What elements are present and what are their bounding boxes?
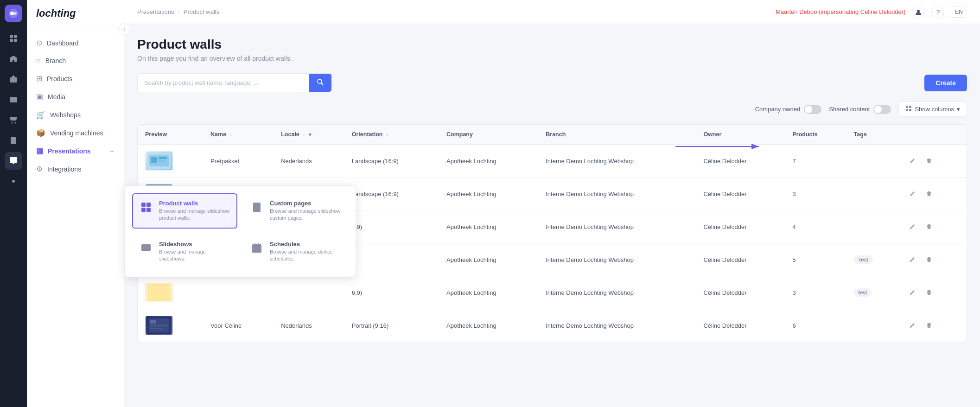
edit-button[interactable] (906, 187, 919, 200)
cell-orientation: Landscape (16:9) (344, 145, 439, 178)
preview-thumbnail (145, 151, 173, 171)
svg-rect-3 (10, 35, 13, 38)
svg-rect-44 (159, 157, 167, 159)
shared-content-label: Shared content (829, 106, 870, 113)
sidebar-icon-integrations[interactable] (5, 172, 22, 190)
company-owned-toggle[interactable] (804, 105, 821, 114)
sidebar-item-webshops[interactable]: 🛒 Webshops (27, 106, 124, 124)
col-name[interactable]: Name ↕ (203, 125, 274, 145)
sidebar-icon-branch[interactable] (5, 50, 22, 68)
sidebar-item-dashboard[interactable]: ⊙ Dashboard (27, 34, 124, 52)
dropdown-item-schedules[interactable]: Schedules Browse and manage device sched… (243, 234, 348, 269)
user-profile-button[interactable] (912, 6, 925, 19)
help-button[interactable]: ? (931, 6, 944, 19)
sidebar-item-products[interactable]: ⊞ Products (27, 70, 124, 88)
sidebar-icon-dashboard[interactable] (5, 30, 22, 47)
media-icon: ▣ (36, 92, 43, 101)
cell-company: Apotheek Lochting (439, 276, 538, 309)
dropdown-item-custom-pages[interactable]: Custom pages Browse and manage slideshow… (243, 193, 348, 229)
cell-branch: Interne Demo Lochting Webshop (538, 145, 696, 178)
cell-company: Apotheek Lochting (439, 178, 538, 210)
sidebar-item-vending-machines[interactable]: 📦 Vending machines (27, 124, 124, 142)
col-preview: Preview (138, 125, 203, 145)
search-button[interactable] (309, 74, 331, 92)
cell-company: Apotheek Lochting (439, 309, 538, 342)
col-owner: Owner (696, 125, 785, 145)
table-header: Preview Name ↕ Locale ↕ ▼ Orientation (138, 125, 967, 145)
orientation-sort-icon: ↕ (386, 132, 388, 137)
webshops-icon: 🛒 (36, 110, 45, 119)
sidebar-item-media[interactable]: ▣ Media (27, 88, 124, 106)
dropdown-item-product-walls[interactable]: Product walls Browse and manage slidesho… (132, 193, 237, 229)
delete-button[interactable] (923, 220, 935, 233)
sidebar-icon-presentations[interactable] (5, 152, 22, 170)
topbar: Presentations › Product walls Maarten De… (124, 0, 980, 24)
cell-products: 6 (785, 309, 846, 342)
dropdown-item-slideshows[interactable]: Slideshows Browse and manage slideshows. (132, 234, 237, 269)
search-input[interactable] (138, 75, 309, 91)
svg-rect-43 (151, 157, 157, 163)
col-locale[interactable]: Locale ↕ ▼ (274, 125, 344, 145)
sidebar-icon-vending[interactable] (5, 132, 22, 149)
svg-rect-27 (143, 246, 149, 249)
integrations-icon: ⚙ (36, 165, 43, 173)
delete-button[interactable] (923, 154, 935, 167)
sidebar-icon-webshops[interactable] (5, 111, 22, 129)
cell-products: 3 (785, 276, 846, 309)
svg-rect-19 (146, 203, 151, 207)
col-tags: Tags (846, 125, 898, 145)
svg-rect-21 (146, 208, 151, 212)
edit-button[interactable] (906, 253, 919, 266)
name-sort-icon: ↕ (230, 132, 232, 137)
cell-branch: Interne Demo Lochting Webshop (538, 309, 696, 342)
cell-orientation: Portrait (9:16) (344, 309, 439, 342)
sidebar-item-branch[interactable]: ⌂ Branch (27, 52, 124, 70)
toggles-row: Company owned Shared content Show column… (137, 102, 967, 117)
cell-tags: test (846, 276, 898, 309)
cell-orientation: ) (344, 243, 439, 276)
svg-rect-4 (14, 35, 17, 38)
cell-branch: Interne Demo Lochting Webshop (538, 178, 696, 210)
svg-rect-49 (147, 284, 171, 301)
edit-button[interactable] (906, 286, 919, 299)
show-columns-label: Show columns (915, 106, 954, 113)
breadcrumb-parent[interactable]: Presentations (137, 8, 174, 15)
svg-rect-28 (252, 244, 261, 253)
language-selector[interactable]: EN (951, 6, 967, 18)
create-button[interactable]: Create (924, 75, 967, 91)
delete-button[interactable] (923, 187, 935, 200)
action-icons (906, 154, 959, 167)
cell-company: Apotheek Lochting (439, 145, 538, 178)
edit-button[interactable] (906, 220, 919, 233)
svg-rect-53 (150, 325, 168, 326)
sidebar-icon-media[interactable] (5, 91, 22, 108)
cell-tags (846, 145, 898, 178)
cell-branch: Interne Demo Lochting Webshop (538, 276, 696, 309)
custom-pages-title: Custom pages (270, 200, 342, 207)
sidebar-icon-products[interactable] (5, 70, 22, 88)
col-orientation[interactable]: Orientation ↕ (344, 125, 439, 145)
svg-rect-13 (12, 138, 15, 140)
cell-owner: Céline Delodder (696, 178, 785, 210)
cell-name: Pretpakket (203, 145, 274, 178)
edit-button[interactable] (906, 154, 919, 167)
sidebar-collapse-button[interactable]: ‹ (118, 23, 130, 35)
app-logo-icon (5, 5, 22, 22)
search-row: Create (137, 73, 967, 92)
cell-tags: Test (846, 243, 898, 276)
show-columns-button[interactable]: Show columns ▾ (898, 102, 967, 117)
locale-filter-icon[interactable]: ▼ (308, 132, 312, 137)
cell-actions (898, 243, 967, 276)
cell-products: 3 (785, 178, 846, 210)
sidebar-item-presentations[interactable]: ▦ Presentations → (27, 142, 124, 160)
delete-button[interactable] (923, 286, 935, 299)
shared-content-toggle[interactable] (873, 105, 891, 114)
cell-products: 5 (785, 243, 846, 276)
cell-owner: Céline Delodder (696, 243, 785, 276)
cell-tags (846, 178, 898, 210)
edit-button[interactable] (906, 319, 919, 332)
sidebar-item-integrations[interactable]: ⚙ Integrations (27, 160, 124, 178)
action-icons (906, 319, 959, 332)
delete-button[interactable] (923, 319, 935, 332)
delete-button[interactable] (923, 253, 935, 266)
